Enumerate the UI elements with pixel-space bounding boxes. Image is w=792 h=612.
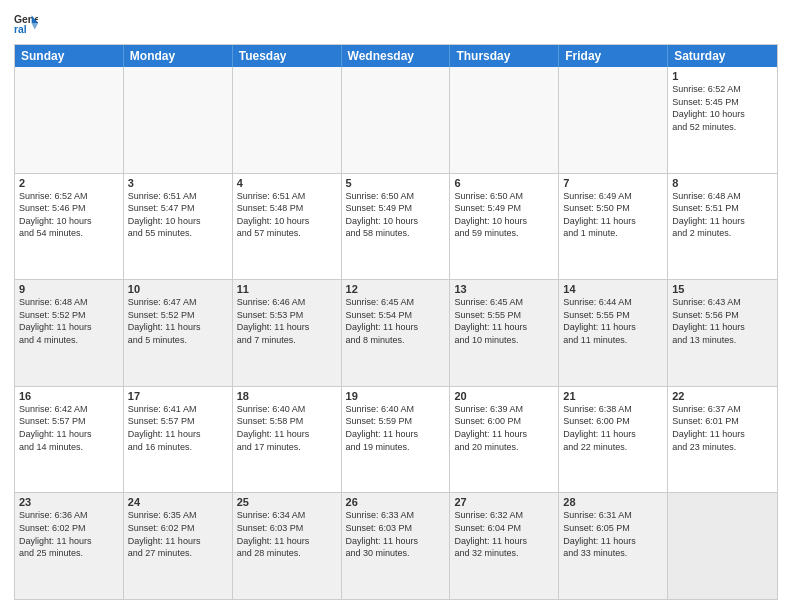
day-info: Sunrise: 6:48 AMSunset: 5:51 PMDaylight:… xyxy=(672,190,773,240)
day-number: 10 xyxy=(128,283,228,295)
calendar-cell-empty-5 xyxy=(559,67,668,173)
svg-marker-3 xyxy=(32,23,38,29)
calendar-cell-5: 5Sunrise: 6:50 AMSunset: 5:49 PMDaylight… xyxy=(342,174,451,280)
calendar-cell-6: 6Sunrise: 6:50 AMSunset: 5:49 PMDaylight… xyxy=(450,174,559,280)
calendar-cell-23: 23Sunrise: 6:36 AMSunset: 6:02 PMDayligh… xyxy=(15,493,124,599)
day-info: Sunrise: 6:43 AMSunset: 5:56 PMDaylight:… xyxy=(672,296,773,346)
calendar-cell-17: 17Sunrise: 6:41 AMSunset: 5:57 PMDayligh… xyxy=(124,387,233,493)
day-info: Sunrise: 6:45 AMSunset: 5:54 PMDaylight:… xyxy=(346,296,446,346)
calendar-cell-15: 15Sunrise: 6:43 AMSunset: 5:56 PMDayligh… xyxy=(668,280,777,386)
day-info: Sunrise: 6:39 AMSunset: 6:00 PMDaylight:… xyxy=(454,403,554,453)
calendar-cell-empty-1 xyxy=(124,67,233,173)
calendar-cell-9: 9Sunrise: 6:48 AMSunset: 5:52 PMDaylight… xyxy=(15,280,124,386)
logo-icon: Gene ral xyxy=(14,12,38,36)
day-info: Sunrise: 6:38 AMSunset: 6:00 PMDaylight:… xyxy=(563,403,663,453)
calendar-cell-20: 20Sunrise: 6:39 AMSunset: 6:00 PMDayligh… xyxy=(450,387,559,493)
weekday-header-saturday: Saturday xyxy=(668,45,777,67)
calendar-cell-3: 3Sunrise: 6:51 AMSunset: 5:47 PMDaylight… xyxy=(124,174,233,280)
day-number: 23 xyxy=(19,496,119,508)
calendar-cell-7: 7Sunrise: 6:49 AMSunset: 5:50 PMDaylight… xyxy=(559,174,668,280)
day-number: 21 xyxy=(563,390,663,402)
day-number: 18 xyxy=(237,390,337,402)
calendar-row-3: 16Sunrise: 6:42 AMSunset: 5:57 PMDayligh… xyxy=(15,386,777,493)
day-number: 20 xyxy=(454,390,554,402)
calendar-cell-2: 2Sunrise: 6:52 AMSunset: 5:46 PMDaylight… xyxy=(15,174,124,280)
day-info: Sunrise: 6:48 AMSunset: 5:52 PMDaylight:… xyxy=(19,296,119,346)
day-info: Sunrise: 6:34 AMSunset: 6:03 PMDaylight:… xyxy=(237,509,337,559)
calendar-cell-19: 19Sunrise: 6:40 AMSunset: 5:59 PMDayligh… xyxy=(342,387,451,493)
day-info: Sunrise: 6:40 AMSunset: 5:58 PMDaylight:… xyxy=(237,403,337,453)
calendar-cell-empty-4 xyxy=(450,67,559,173)
day-number: 5 xyxy=(346,177,446,189)
day-info: Sunrise: 6:35 AMSunset: 6:02 PMDaylight:… xyxy=(128,509,228,559)
day-number: 14 xyxy=(563,283,663,295)
day-number: 9 xyxy=(19,283,119,295)
day-info: Sunrise: 6:44 AMSunset: 5:55 PMDaylight:… xyxy=(563,296,663,346)
calendar-cell-18: 18Sunrise: 6:40 AMSunset: 5:58 PMDayligh… xyxy=(233,387,342,493)
calendar-header: SundayMondayTuesdayWednesdayThursdayFrid… xyxy=(15,45,777,67)
calendar-cell-22: 22Sunrise: 6:37 AMSunset: 6:01 PMDayligh… xyxy=(668,387,777,493)
weekday-header-sunday: Sunday xyxy=(15,45,124,67)
calendar-cell-24: 24Sunrise: 6:35 AMSunset: 6:02 PMDayligh… xyxy=(124,493,233,599)
day-info: Sunrise: 6:42 AMSunset: 5:57 PMDaylight:… xyxy=(19,403,119,453)
day-info: Sunrise: 6:45 AMSunset: 5:55 PMDaylight:… xyxy=(454,296,554,346)
calendar-body: 1Sunrise: 6:52 AMSunset: 5:45 PMDaylight… xyxy=(15,67,777,599)
calendar-cell-14: 14Sunrise: 6:44 AMSunset: 5:55 PMDayligh… xyxy=(559,280,668,386)
calendar-cell-13: 13Sunrise: 6:45 AMSunset: 5:55 PMDayligh… xyxy=(450,280,559,386)
day-number: 26 xyxy=(346,496,446,508)
calendar: SundayMondayTuesdayWednesdayThursdayFrid… xyxy=(14,44,778,600)
calendar-row-4: 23Sunrise: 6:36 AMSunset: 6:02 PMDayligh… xyxy=(15,492,777,599)
day-number: 2 xyxy=(19,177,119,189)
day-info: Sunrise: 6:52 AMSunset: 5:45 PMDaylight:… xyxy=(672,83,773,133)
day-number: 15 xyxy=(672,283,773,295)
calendar-cell-empty-6 xyxy=(668,493,777,599)
day-number: 25 xyxy=(237,496,337,508)
calendar-cell-4: 4Sunrise: 6:51 AMSunset: 5:48 PMDaylight… xyxy=(233,174,342,280)
weekday-header-thursday: Thursday xyxy=(450,45,559,67)
day-info: Sunrise: 6:31 AMSunset: 6:05 PMDaylight:… xyxy=(563,509,663,559)
calendar-cell-12: 12Sunrise: 6:45 AMSunset: 5:54 PMDayligh… xyxy=(342,280,451,386)
day-number: 11 xyxy=(237,283,337,295)
calendar-cell-1: 1Sunrise: 6:52 AMSunset: 5:45 PMDaylight… xyxy=(668,67,777,173)
day-info: Sunrise: 6:52 AMSunset: 5:46 PMDaylight:… xyxy=(19,190,119,240)
day-info: Sunrise: 6:50 AMSunset: 5:49 PMDaylight:… xyxy=(346,190,446,240)
day-number: 24 xyxy=(128,496,228,508)
calendar-row-2: 9Sunrise: 6:48 AMSunset: 5:52 PMDaylight… xyxy=(15,279,777,386)
calendar-cell-16: 16Sunrise: 6:42 AMSunset: 5:57 PMDayligh… xyxy=(15,387,124,493)
logo: Gene ral xyxy=(14,12,42,36)
calendar-cell-empty-3 xyxy=(342,67,451,173)
calendar-row-0: 1Sunrise: 6:52 AMSunset: 5:45 PMDaylight… xyxy=(15,67,777,173)
svg-text:ral: ral xyxy=(14,24,27,35)
calendar-cell-27: 27Sunrise: 6:32 AMSunset: 6:04 PMDayligh… xyxy=(450,493,559,599)
day-info: Sunrise: 6:40 AMSunset: 5:59 PMDaylight:… xyxy=(346,403,446,453)
calendar-cell-28: 28Sunrise: 6:31 AMSunset: 6:05 PMDayligh… xyxy=(559,493,668,599)
day-number: 13 xyxy=(454,283,554,295)
day-number: 3 xyxy=(128,177,228,189)
calendar-cell-26: 26Sunrise: 6:33 AMSunset: 6:03 PMDayligh… xyxy=(342,493,451,599)
day-number: 17 xyxy=(128,390,228,402)
calendar-cell-21: 21Sunrise: 6:38 AMSunset: 6:00 PMDayligh… xyxy=(559,387,668,493)
calendar-cell-10: 10Sunrise: 6:47 AMSunset: 5:52 PMDayligh… xyxy=(124,280,233,386)
day-number: 28 xyxy=(563,496,663,508)
weekday-header-monday: Monday xyxy=(124,45,233,67)
calendar-cell-11: 11Sunrise: 6:46 AMSunset: 5:53 PMDayligh… xyxy=(233,280,342,386)
day-info: Sunrise: 6:46 AMSunset: 5:53 PMDaylight:… xyxy=(237,296,337,346)
day-number: 6 xyxy=(454,177,554,189)
day-info: Sunrise: 6:49 AMSunset: 5:50 PMDaylight:… xyxy=(563,190,663,240)
day-info: Sunrise: 6:41 AMSunset: 5:57 PMDaylight:… xyxy=(128,403,228,453)
day-number: 4 xyxy=(237,177,337,189)
day-number: 8 xyxy=(672,177,773,189)
day-info: Sunrise: 6:36 AMSunset: 6:02 PMDaylight:… xyxy=(19,509,119,559)
page: Gene ral SundayMondayTuesdayWednesdayThu… xyxy=(0,0,792,612)
day-info: Sunrise: 6:32 AMSunset: 6:04 PMDaylight:… xyxy=(454,509,554,559)
header: Gene ral xyxy=(14,12,778,36)
day-number: 16 xyxy=(19,390,119,402)
day-number: 22 xyxy=(672,390,773,402)
calendar-cell-empty-2 xyxy=(233,67,342,173)
weekday-header-wednesday: Wednesday xyxy=(342,45,451,67)
day-info: Sunrise: 6:51 AMSunset: 5:48 PMDaylight:… xyxy=(237,190,337,240)
calendar-row-1: 2Sunrise: 6:52 AMSunset: 5:46 PMDaylight… xyxy=(15,173,777,280)
day-number: 19 xyxy=(346,390,446,402)
weekday-header-friday: Friday xyxy=(559,45,668,67)
calendar-cell-8: 8Sunrise: 6:48 AMSunset: 5:51 PMDaylight… xyxy=(668,174,777,280)
